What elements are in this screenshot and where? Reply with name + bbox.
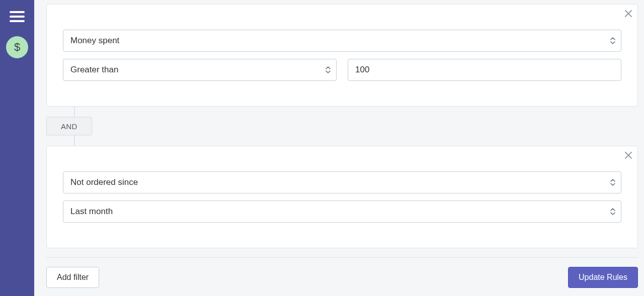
operator-select-value: Last month: [70, 207, 113, 216]
operator-select-value: Greater than: [70, 65, 118, 74]
menu-icon[interactable]: [10, 11, 25, 22]
divider: [46, 257, 638, 258]
operator-select[interactable]: Last month: [63, 201, 621, 223]
update-rules-button[interactable]: Update Rules: [568, 267, 638, 288]
value-input-wrap: [348, 59, 621, 81]
field-select-wrap: Not ordered since: [63, 171, 621, 193]
field-select-value: Not ordered since: [70, 177, 138, 187]
update-rules-label: Update Rules: [579, 273, 627, 281]
avatar-glyph: $: [14, 41, 20, 54]
add-filter-label: Add filter: [57, 273, 89, 281]
operator-select[interactable]: Greater than: [63, 59, 337, 81]
add-filter-button[interactable]: Add filter: [46, 267, 99, 288]
field-select-value: Money spent: [70, 36, 119, 45]
operator-select-wrap: Last month: [63, 201, 621, 223]
close-icon[interactable]: [623, 9, 633, 19]
main-content: Money spent Greater than: [34, 0, 644, 296]
footer-actions: Add filter Update Rules: [46, 267, 638, 292]
field-select[interactable]: Money spent: [63, 30, 621, 52]
connector-label: AND: [61, 122, 77, 131]
field-select-wrap: Money spent: [63, 30, 621, 52]
close-icon[interactable]: [623, 150, 633, 160]
sidebar: $: [0, 0, 34, 296]
value-input[interactable]: [348, 59, 621, 81]
field-select[interactable]: Not ordered since: [63, 171, 621, 193]
rule-card: Money spent Greater than: [46, 4, 638, 107]
rule-card: Not ordered since Last month: [46, 146, 638, 248]
dollar-avatar[interactable]: $: [6, 36, 28, 58]
operator-select-wrap: Greater than: [63, 59, 337, 81]
and-badge: AND: [46, 117, 92, 136]
connector: AND: [46, 107, 638, 146]
